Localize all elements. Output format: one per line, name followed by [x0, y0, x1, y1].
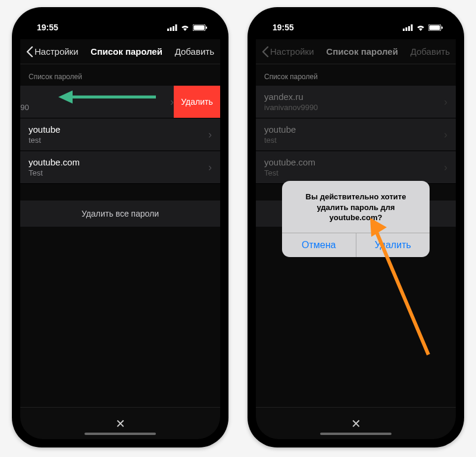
phone-right: 19:55 Настройки Список паролей Добавить …	[248, 7, 464, 447]
back-label: Настройки	[35, 46, 79, 57]
row-subtitle: test	[29, 136, 208, 145]
alert-confirm-button[interactable]: Удалить	[356, 233, 430, 257]
section-header: Список паролей	[20, 64, 220, 86]
add-button[interactable]: Добавить	[175, 46, 214, 57]
chevron-right-icon: ›	[208, 129, 212, 141]
confirm-delete-alert: Вы действительно хотите удалить пароль д…	[282, 181, 430, 257]
svg-rect-5	[194, 25, 205, 30]
section-gap	[20, 184, 220, 201]
status-icons	[167, 24, 207, 31]
empty-area	[20, 227, 220, 407]
alert-cancel-button[interactable]: Отмена	[282, 233, 356, 257]
close-icon[interactable]: ✕	[115, 417, 126, 431]
row-subtitle: Test	[29, 168, 208, 177]
chevron-right-icon: ›	[208, 161, 212, 174]
back-button[interactable]: Настройки	[26, 46, 79, 57]
page-title: Список паролей	[79, 46, 175, 57]
delete-all-button[interactable]: Удалить все пароли	[20, 201, 220, 227]
swipe-delete-button[interactable]: Удалить	[174, 86, 220, 118]
row-title: youtube.com	[29, 157, 208, 167]
password-row[interactable]: youtube.com Test ›	[20, 151, 220, 184]
notch	[70, 15, 171, 31]
alert-message: Вы действительно хотите удалить пароль д…	[282, 181, 430, 233]
screen: 19:55 Настройки Список паролей Добавить …	[256, 15, 456, 439]
svg-rect-3	[176, 24, 177, 31]
phone-left: 19:55 Настройки Список паролей Добавить …	[12, 7, 228, 447]
svg-rect-2	[173, 26, 174, 31]
chevron-left-icon	[26, 46, 33, 57]
password-row[interactable]: youtube test ›	[20, 118, 220, 151]
battery-icon	[193, 24, 207, 31]
row-title: youtube	[29, 124, 208, 134]
row-subtitle: ov9990	[20, 103, 154, 112]
row-title: ru	[20, 92, 154, 102]
alert-backdrop: Вы действительно хотите удалить пароль д…	[256, 15, 456, 439]
home-indicator	[84, 433, 156, 435]
wifi-icon	[180, 24, 190, 31]
svg-rect-1	[170, 27, 172, 31]
clock: 19:55	[37, 23, 58, 32]
screen: 19:55 Настройки Список паролей Добавить …	[20, 15, 220, 439]
svg-rect-6	[206, 26, 207, 29]
password-row[interactable]: ru ov9990 › Удалить	[20, 86, 220, 118]
nav-bar: Настройки Список паролей Добавить	[20, 39, 220, 64]
